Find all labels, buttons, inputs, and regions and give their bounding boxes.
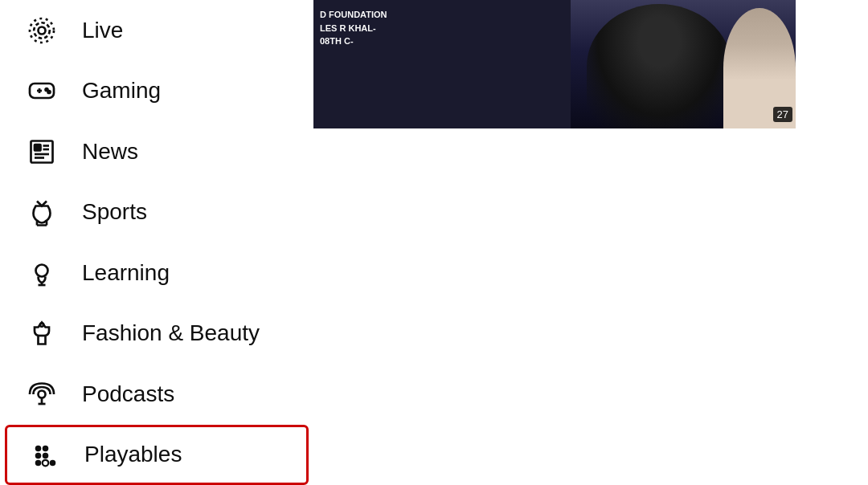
svg-point-7: [48, 91, 51, 93]
main-content: D FOUNDATION LES R KHAL- 08TH C- Effecti…: [313, 0, 868, 485]
podcasts-icon: [18, 380, 66, 409]
sidebar-item-learning[interactable]: Learning: [5, 243, 309, 304]
svg-point-24: [35, 453, 42, 459]
sidebar-item-podcasts[interactable]: Podcasts: [5, 364, 309, 425]
svg-point-28: [50, 460, 56, 467]
video-thumbnail: D FOUNDATION LES R KHAL- 08TH C- Effecti…: [313, 0, 796, 128]
sidebar-item-sports-label: Sports: [82, 199, 147, 225]
sidebar-item-playables[interactable]: Playables: [5, 425, 309, 486]
sidebar-item-sports[interactable]: Sports: [5, 182, 309, 243]
svg-point-1: [34, 22, 50, 39]
svg-point-26: [35, 460, 42, 467]
sidebar-item-podcasts-label: Podcasts: [82, 381, 174, 407]
news-icon: [18, 137, 66, 166]
thumbnail-person-area: [571, 0, 796, 128]
svg-rect-9: [35, 145, 41, 151]
video-badge: 27: [773, 107, 792, 122]
svg-point-23: [43, 446, 49, 452]
sidebar-item-live-label: Live: [82, 18, 123, 43]
svg-point-14: [36, 264, 48, 276]
thumbnail-doc-text: D FOUNDATION LES R KHAL- 08TH C-: [320, 8, 387, 48]
learning-icon: [18, 259, 66, 287]
svg-point-19: [39, 390, 46, 397]
sidebar-item-news[interactable]: News: [5, 121, 309, 182]
gaming-icon: [18, 76, 66, 105]
sports-icon: [18, 198, 66, 226]
sidebar-item-gaming[interactable]: Gaming: [5, 61, 309, 122]
svg-point-17: [40, 324, 44, 328]
fashion-icon: [18, 319, 66, 348]
sidebar: Live Gaming News: [0, 0, 313, 485]
sidebar-item-fashion[interactable]: Fashion & Beauty: [5, 304, 309, 365]
svg-point-25: [43, 453, 49, 459]
svg-point-22: [35, 446, 42, 452]
svg-point-0: [39, 26, 46, 34]
sidebar-item-fashion-label: Fashion & Beauty: [82, 320, 260, 346]
sidebar-item-news-label: News: [82, 139, 138, 165]
svg-point-27: [43, 460, 49, 467]
sidebar-item-playables-label: Playables: [84, 442, 182, 467]
live-icon: [18, 16, 66, 45]
playables-icon: [20, 440, 68, 469]
sidebar-item-gaming-label: Gaming: [82, 78, 161, 104]
sidebar-item-live[interactable]: Live: [5, 0, 309, 61]
sidebar-item-learning-label: Learning: [82, 260, 170, 286]
